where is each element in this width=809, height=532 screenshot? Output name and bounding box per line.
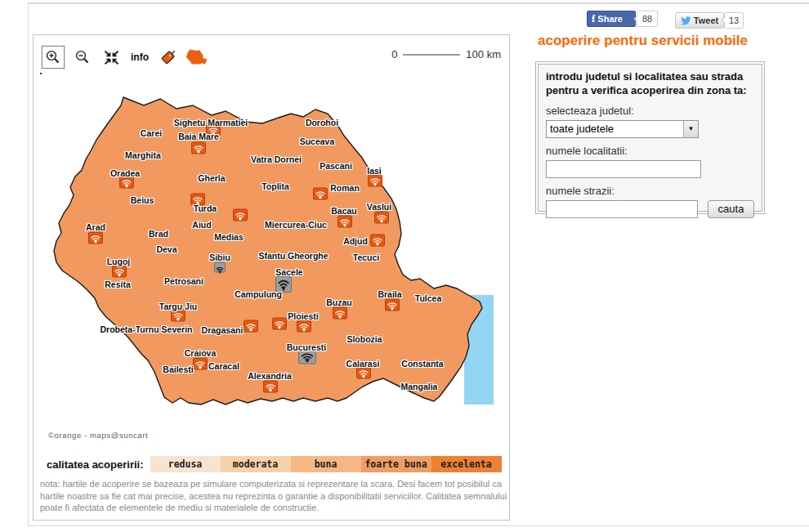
map-city-label: Braila — [378, 289, 401, 299]
map-city-label: Pascani — [320, 161, 352, 171]
legend-items: redusamoderatabunafoarte bunaexcelenta — [150, 456, 502, 472]
wifi-marker-icon[interactable] — [385, 299, 400, 311]
legend-chip: redusa — [150, 456, 221, 472]
wifi-marker-icon[interactable] — [370, 235, 385, 247]
wifi-marker-icon[interactable] — [368, 175, 382, 187]
map-city-label: Deva — [156, 244, 177, 254]
coverage-map-panel: info 0 100 km — [33, 34, 510, 521]
map-city-label: Suceava — [300, 136, 335, 146]
zoom-in-button[interactable] — [42, 46, 65, 69]
tag-tool-button[interactable] — [158, 47, 179, 68]
map-city-label: Craiova — [185, 348, 217, 358]
map-city-label: Arad — [86, 222, 105, 232]
scale-line — [403, 54, 460, 56]
wifi-marker-icon[interactable] — [374, 212, 389, 224]
romania-overview-button[interactable] — [186, 47, 208, 68]
street-label: numele strazii: — [546, 185, 754, 197]
map-city-label: Slobozia — [346, 334, 382, 344]
locality-input[interactable] — [546, 160, 701, 178]
map-city-label: Tulcea — [415, 293, 441, 303]
map-city-label: Vaslui — [367, 202, 391, 212]
facebook-icon: f — [592, 12, 595, 25]
coverage-search-box: introdu judetul si localitatea sau strad… — [535, 61, 765, 214]
wifi-marker-icon[interactable] — [297, 320, 311, 333]
map-city-label: Lugoj — [107, 257, 131, 266]
scale-end-label: 100 km — [466, 48, 501, 60]
map-city-label: Miercurea-Ciuc — [265, 220, 327, 230]
map-city-label: Oradea — [110, 168, 140, 178]
legend-chip: foarte buna — [361, 456, 431, 472]
map-city-label: Bailesti — [163, 364, 193, 374]
map-city-label: Adjud — [343, 236, 368, 246]
map-city-label: Marghita — [125, 150, 161, 160]
map-city-label: Sibiu — [209, 253, 230, 262]
map-city-label: Iasi — [367, 166, 382, 176]
twitter-bird-icon — [681, 16, 691, 25]
locality-label: numele localitatii: — [546, 145, 754, 157]
map-city-label: Tecuci — [353, 253, 379, 262]
wifi-marker-icon[interactable] — [272, 318, 287, 330]
map-city-label: Baia Mare — [178, 132, 219, 141]
legend-title: calitatea acoperirii: — [47, 458, 144, 471]
facebook-share-count: 88 — [637, 11, 658, 27]
wifi-marker-icon[interactable] — [191, 142, 206, 154]
map-city-label: Resita — [105, 279, 131, 289]
wifi-marker-gray-icon[interactable] — [298, 351, 316, 364]
street-input[interactable] — [546, 200, 698, 218]
map-city-label: Brad — [149, 229, 168, 239]
scale-start-label: 0 — [391, 48, 397, 60]
map-city-label: Sfantu Gheorghe — [258, 251, 328, 261]
tweet-button[interactable]: Tweet — [675, 12, 724, 29]
map-city-label: Sacele — [275, 267, 302, 277]
map-city-label: Mangalia — [401, 382, 438, 391]
tag-icon — [159, 47, 178, 67]
map-city-label: Campulung — [235, 289, 282, 299]
map-city-label: Gherla — [198, 173, 225, 183]
wifi-marker-icon[interactable] — [263, 381, 278, 393]
zoom-out-icon — [74, 49, 91, 65]
romania-coverage-map[interactable]: Sighetu MarmatieiDorohoiCareiBaia MareSu… — [34, 35, 507, 456]
map-city-label: Medias — [214, 232, 244, 242]
wifi-marker-icon[interactable] — [193, 358, 208, 370]
page-title: acoperire pentru servicii mobile — [538, 33, 783, 49]
map-city-label: Turda — [194, 203, 217, 213]
map-city-label: Buzau — [326, 297, 352, 307]
info-button[interactable]: info — [129, 51, 150, 63]
romania-shape-icon — [186, 49, 208, 65]
map-city-label: Vatra Dornei — [251, 154, 302, 164]
map-city-label: Ploiesti — [288, 311, 318, 321]
search-intro-text: introdu judetul si localitatea sau strad… — [546, 70, 754, 98]
tweet-count: 13 — [724, 12, 744, 29]
map-scale-bar: 0 100 km — [391, 48, 501, 60]
map-city-label: Carei — [141, 128, 162, 138]
coverage-legend: calitatea acoperirii: redusamoderatabuna… — [34, 455, 507, 473]
map-city-label: Sighetu Marmatiei — [174, 118, 248, 127]
facebook-share-label: Share — [597, 14, 623, 24]
map-city-label: Toplita — [261, 181, 289, 191]
map-city-label: Targu Jiu — [159, 302, 197, 311]
map-city-label: Beius — [131, 195, 154, 205]
map-city-label: Constanta — [401, 359, 443, 369]
county-label: selecteaza judetul: — [546, 105, 754, 117]
map-city-label: Bacau — [331, 206, 357, 216]
map-city-label: Drobeta-Turnu Severin — [101, 324, 193, 334]
wifi-marker-icon[interactable] — [244, 320, 258, 333]
wifi-marker-icon[interactable] — [112, 266, 127, 278]
fit-view-button[interactable] — [101, 47, 122, 68]
county-select[interactable]: toate judetele — [546, 120, 699, 138]
wifi-marker-icon[interactable] — [313, 188, 328, 200]
facebook-share-button[interactable]: f Share — [587, 11, 636, 27]
search-button[interactable]: cauta — [708, 200, 754, 218]
legend-chip: excelenta — [431, 456, 502, 472]
wifi-marker-icon[interactable] — [88, 232, 103, 244]
map-city-label: Aiud — [192, 220, 211, 230]
zoom-out-button[interactable] — [72, 47, 93, 68]
wifi-marker-icon[interactable] — [333, 307, 347, 320]
map-toolbar: info — [42, 43, 208, 71]
wifi-marker-icon[interactable] — [337, 216, 352, 228]
wifi-marker-gray-icon[interactable] — [214, 262, 226, 273]
map-city-label: Alexandria — [248, 371, 292, 381]
wifi-marker-icon[interactable] — [233, 209, 248, 221]
map-city-label: Caracal — [208, 361, 239, 371]
coverage-search-inner: introdu judetul si localitatea sau strad… — [538, 64, 762, 212]
